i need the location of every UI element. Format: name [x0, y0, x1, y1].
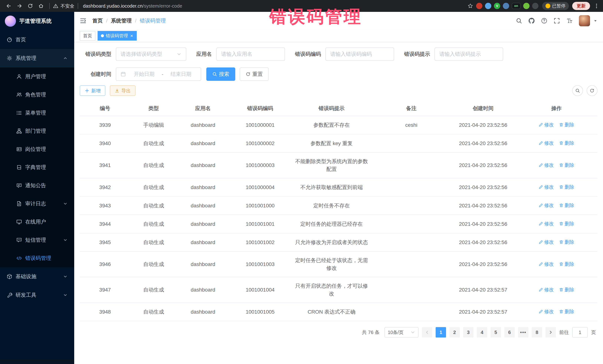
sidebar-item-home[interactable]: 首页: [0, 30, 74, 49]
export-button[interactable]: 导出: [110, 86, 135, 96]
delete-row-button[interactable]: 删除: [559, 201, 574, 209]
search-button[interactable]: 搜索: [206, 67, 235, 81]
bookmark-star-icon[interactable]: [468, 3, 473, 9]
date-range-picker[interactable]: 开始日期 - 结束日期: [116, 67, 201, 81]
next-page-button[interactable]: [545, 327, 556, 338]
table-cell: 2021-04-20 23:52:57: [451, 277, 515, 303]
page-size-select[interactable]: 10条/页: [384, 327, 418, 338]
edit-row-button[interactable]: 修改: [539, 238, 554, 246]
edit-icon: [539, 262, 543, 266]
delete-row-button[interactable]: 删除: [559, 220, 574, 228]
table-cell-actions: 修改删除: [515, 252, 597, 277]
delete-row-button[interactable]: 删除: [559, 238, 574, 246]
error-code-input[interactable]: [325, 47, 394, 61]
sidebar-item-role[interactable]: 角色管理: [0, 86, 74, 104]
breadcrumb-item[interactable]: 错误码管理: [140, 17, 166, 24]
edit-row-button[interactable]: 修改: [539, 121, 554, 129]
sidebar-item-notice[interactable]: 通知公告: [0, 176, 74, 195]
page-button-5[interactable]: 5: [491, 327, 501, 338]
sidebar-item-dept[interactable]: 部门管理: [0, 122, 74, 140]
toggle-search-button[interactable]: [572, 85, 583, 96]
page-button-1[interactable]: 1: [436, 327, 446, 338]
sms-icon: [16, 237, 22, 243]
sidebar-item-online[interactable]: 在线用户: [0, 213, 74, 231]
font-size-icon[interactable]: [566, 18, 573, 24]
address-bar[interactable]: dashboard.yudao.iocoder.cn/system/error-…: [83, 3, 182, 9]
security-indicator[interactable]: 不安全: [53, 3, 74, 9]
sidebar-item-menu[interactable]: 菜单管理: [0, 104, 74, 122]
add-button[interactable]: 新增: [80, 86, 105, 96]
page-size-value: 10条/页: [388, 329, 404, 335]
sidebar-item-devtool[interactable]: 研发工具: [0, 286, 74, 304]
prev-page-button[interactable]: [422, 327, 432, 338]
edit-row-button[interactable]: 修改: [539, 220, 554, 228]
logo[interactable]: 芋道管理系统: [0, 12, 74, 30]
delete-row-button[interactable]: 删除: [559, 286, 574, 294]
record-ext-icon[interactable]: [476, 3, 482, 9]
header-search-icon[interactable]: [516, 18, 522, 24]
page-button-3[interactable]: 3: [463, 327, 474, 338]
filter-row-2: 创建时间 开始日期 - 结束日期 搜索 重置: [80, 67, 597, 81]
breadcrumb-item[interactable]: 首页: [93, 17, 103, 24]
page-button-8[interactable]: 8: [532, 327, 542, 338]
column-header: 错误码提示: [291, 101, 372, 116]
goto-page-input[interactable]: [572, 327, 588, 338]
delete-row-button[interactable]: 删除: [559, 308, 574, 315]
sidebar-item-label: 基础设施: [16, 273, 36, 280]
sidebar-item-infra[interactable]: 基础设施: [0, 267, 74, 286]
edit-row-button[interactable]: 修改: [539, 183, 554, 191]
github-icon[interactable]: [528, 18, 535, 24]
sidebar-item-system[interactable]: 系统管理: [0, 49, 74, 67]
sidebar-item-dict[interactable]: 字典管理: [0, 158, 74, 176]
browser-back-icon[interactable]: [4, 1, 14, 11]
video-check-ext-icon[interactable]: V: [494, 3, 500, 9]
leaf-ext-icon[interactable]: [523, 3, 530, 9]
delete-row-button[interactable]: 删除: [559, 121, 574, 129]
paw-ext-icon[interactable]: [532, 3, 538, 9]
proxy-on-ext-icon[interactable]: on: [512, 3, 521, 9]
browser-menu-icon[interactable]: [594, 3, 599, 9]
edit-row-button[interactable]: 修改: [539, 201, 554, 209]
delete-row-button[interactable]: 删除: [559, 183, 574, 191]
browser-home-icon[interactable]: [36, 1, 46, 11]
water-drop-ext-icon[interactable]: [485, 3, 491, 9]
refresh-table-button[interactable]: [587, 85, 597, 96]
update-button[interactable]: 更新: [572, 2, 590, 10]
edit-label: 修改: [544, 260, 554, 268]
edit-row-button[interactable]: 修改: [539, 308, 554, 315]
sidebar-item-error-code[interactable]: 错误码管理: [0, 249, 74, 267]
breadcrumb-item[interactable]: 系统管理: [111, 17, 132, 24]
sidebar-item-user[interactable]: 用户管理: [0, 67, 74, 86]
edit-row-button[interactable]: 修改: [539, 286, 554, 294]
help-icon[interactable]: [541, 18, 547, 24]
page-button-2[interactable]: 2: [449, 327, 460, 338]
grid-ext-icon[interactable]: [503, 3, 509, 9]
app-name-input[interactable]: [216, 47, 285, 61]
delete-row-button[interactable]: 删除: [559, 161, 574, 169]
paused-badge[interactable]: 已暂停: [542, 2, 569, 10]
page-button-6[interactable]: 6: [504, 327, 515, 338]
browser-forward-icon[interactable]: [14, 1, 24, 11]
sidebar-item-audit[interactable]: 审计日志: [0, 195, 74, 213]
browser-reload-icon[interactable]: [25, 1, 35, 11]
tab-home[interactable]: 首页: [80, 31, 95, 41]
edit-row-button[interactable]: 修改: [539, 161, 554, 169]
delete-row-button[interactable]: 删除: [559, 260, 574, 268]
sidebar-item-post[interactable]: 岗位管理: [0, 140, 74, 158]
edit-row-button[interactable]: 修改: [539, 139, 554, 147]
more-pages-button[interactable]: •••: [518, 327, 528, 338]
edit-row-button[interactable]: 修改: [539, 260, 554, 268]
page-button-4[interactable]: 4: [477, 327, 487, 338]
tab-error-code[interactable]: 错误码管理×: [98, 31, 137, 41]
sidebar-item-sms[interactable]: 短信管理: [0, 231, 74, 249]
collapse-sidebar-icon[interactable]: [80, 17, 86, 24]
close-icon[interactable]: ×: [130, 33, 133, 38]
error-hint-input[interactable]: [435, 47, 503, 61]
user-avatar[interactable]: [579, 15, 590, 26]
user-menu-caret-icon[interactable]: [593, 19, 597, 23]
delete-row-button[interactable]: 删除: [559, 139, 574, 147]
error-type-select[interactable]: 请选择错误码类型: [116, 47, 186, 61]
fullscreen-icon[interactable]: [554, 18, 560, 24]
sidebar-collapse-bar[interactable]: [0, 360, 74, 364]
reset-button[interactable]: 重置: [240, 67, 269, 81]
